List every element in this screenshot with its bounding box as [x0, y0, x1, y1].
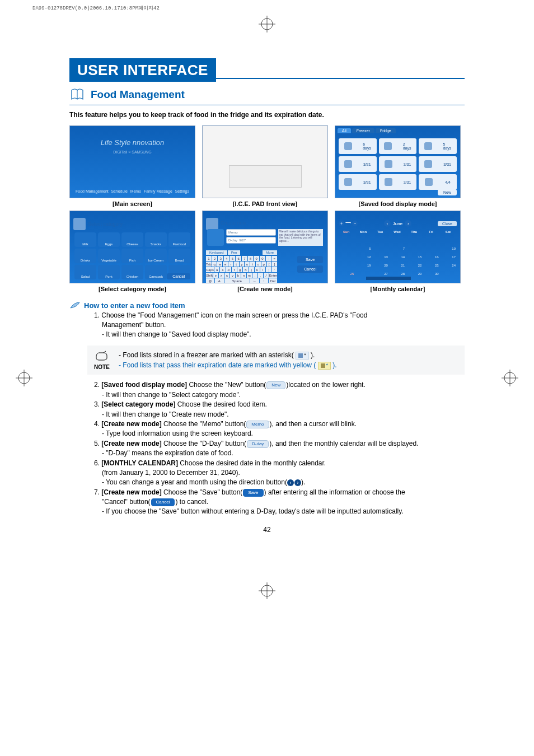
keyboard-key: b — [236, 273, 241, 278]
note-box: NOTE - Food lists stored in a freezer ar… — [87, 346, 465, 375]
crop-mark-left — [16, 370, 32, 386]
saved-item: 3/21 — [339, 156, 377, 172]
keyboard-key: ] — [272, 262, 277, 267]
calendar-cell: 10 — [441, 247, 457, 255]
saved-item: 4/4 — [419, 174, 457, 190]
keyboard-key: [ — [267, 262, 272, 267]
cal-next-arrow: › — [405, 220, 411, 227]
keyboard-key: Space — [224, 278, 250, 283]
category-item: Fish — [121, 249, 143, 263]
category-item: Chicken — [121, 265, 143, 279]
section-header: Food Management — [69, 87, 465, 105]
create-new-caption: [Create new mode] — [237, 286, 292, 292]
keyboard-key: c — [224, 273, 229, 278]
calendar-day-header: Tue — [373, 230, 389, 238]
svg-point-9 — [261, 585, 273, 596]
calendar-cell: 20 — [373, 264, 389, 272]
category-item: Fastfood — [168, 232, 190, 247]
keyboard-key: e — [223, 262, 228, 267]
calendar-close-btn: Close — [438, 221, 457, 226]
category-item: Snacks — [145, 232, 167, 247]
calendar-cell — [441, 272, 457, 280]
page-content: USER INTERFACE Food Management This feat… — [34, 34, 500, 517]
inline-dday-btn: D-day — [247, 440, 269, 448]
calendar-day-header: Wed — [390, 230, 406, 238]
keyboard-key: z — [213, 273, 218, 278]
svg-point-6 — [504, 372, 516, 384]
cal-mini-plus: + — [339, 221, 344, 226]
inline-cancel-btn: Cancel — [151, 498, 175, 506]
category-item: Eggs — [98, 232, 120, 247]
select-category-image: Select category MilkEggsCheeseSnacksFast… — [69, 211, 195, 283]
calendar-cell — [406, 247, 423, 255]
saved-food-caption: [Saved food display mode] — [359, 200, 437, 207]
calendar-cell: 13 — [373, 255, 389, 263]
keyboard-key: , — [252, 273, 257, 278]
crop-mark-bottom — [259, 582, 275, 599]
main-screen-shot: Life Style nnovation DIGITall × SAMSUNG … — [69, 125, 195, 207]
note-label: NOTE — [94, 364, 110, 370]
leaf-icon — [69, 301, 81, 309]
category-item: Cheese — [121, 232, 143, 247]
saved-item: 3/31 — [419, 156, 457, 172]
saved-food-image: All Freezer Fridge 6days2days5days3/213/… — [335, 125, 461, 198]
calendar-cell — [339, 247, 355, 255]
calendar-cell: 7 — [390, 247, 406, 255]
main-screen-pills: Food Management Schedule Memo Family Mes… — [76, 189, 189, 193]
keyboard-key: Caps — [206, 267, 214, 272]
svg-point-0 — [261, 18, 273, 30]
calendar-header: + ⟶ − ‹ June › Close — [339, 220, 457, 227]
calendar-grid: SunMonTueWedThuFriSat5710121314151617192… — [339, 230, 457, 280]
ice-pad-shot: [I.C.E. PAD front view] — [202, 125, 328, 207]
keyboard-key: 1 — [206, 256, 212, 261]
cal-mini-minus: − — [352, 221, 358, 226]
calendar-cell: 25 — [339, 272, 355, 280]
category-item: Canstock — [145, 265, 167, 279]
calendar-cell: 17 — [441, 255, 457, 263]
header-note: DA99-01278DREV(0.0)2006.10.1710:8PM페이지42 — [32, 4, 160, 12]
category-item: Vegetable — [98, 249, 120, 263]
keyboard-key: 0 — [260, 256, 265, 261]
calendar-day-header: Sat — [441, 230, 457, 238]
keyboard-key: 5 — [230, 256, 236, 261]
step-1: 1. Choose the "Food Management" icon on … — [94, 311, 465, 339]
keyboard-key: 8 — [248, 256, 254, 261]
keyboard-key: v — [230, 273, 235, 278]
category-item: Salad — [74, 265, 96, 279]
saved-item: 3/31 — [379, 156, 417, 172]
calendar-cell: 19 — [355, 264, 372, 272]
asterisk-badge: * — [296, 352, 309, 360]
keyboard-key: 3 — [218, 256, 223, 261]
category-cancel-btn: Cancel — [167, 273, 190, 279]
keyboard-key: m — [247, 273, 252, 278]
calendar-cell — [423, 239, 439, 246]
page-number: 42 — [263, 526, 270, 534]
inline-new-btn: New — [266, 381, 285, 389]
calendar-cell: 22 — [406, 264, 423, 272]
keyboard-key: 6 — [236, 256, 241, 261]
keyboard-key: . — [258, 273, 263, 278]
select-category-shot: Select category MilkEggsCheeseSnacksFast… — [69, 211, 195, 292]
cal-prev-arrow: ‹ — [384, 220, 391, 227]
heading-text: How to enter a new food item — [84, 301, 185, 310]
heading-row: How to enter a new food item — [69, 301, 465, 310]
screenshot-row-2: Select category MilkEggsCheeseSnacksFast… — [69, 211, 465, 292]
keyboard-key: 4 — [224, 256, 229, 261]
keyboard-key: ← — [250, 278, 259, 283]
keyboard-key: Shift — [206, 273, 213, 278]
dday-input: D-day 9/27 — [226, 237, 276, 244]
keyboard-key: t — [234, 262, 239, 267]
saved-grid: 6days2days5days3/213/313/313/313/314/4 — [339, 138, 457, 190]
keyboard-key: 2 — [212, 256, 218, 261]
monthly-calendar-shot: + ⟶ − ‹ June › Close SunMonTueWedThuFriS… — [335, 211, 461, 292]
screenshot-row-1: Life Style nnovation DIGITall × SAMSUNG … — [69, 125, 465, 207]
svg-point-3 — [18, 372, 30, 384]
saved-item: 3/31 — [379, 174, 417, 190]
calendar-cell: 5 — [355, 247, 372, 255]
category-item: Ice Cream — [145, 249, 167, 263]
calendar-day-header: Thu — [406, 230, 423, 238]
create-fields: Memo D-day 9/27 We will make delicious t… — [207, 229, 323, 246]
steps-block: 2. [Saved food display mode] Choose the … — [94, 380, 465, 516]
saved-item: 6days — [339, 138, 377, 154]
section-title: Food Management — [91, 88, 185, 101]
